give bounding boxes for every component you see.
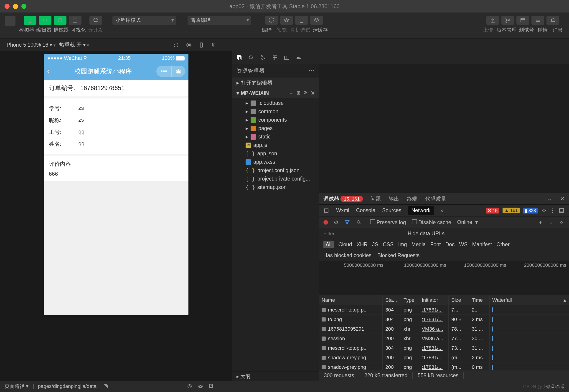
tree-item[interactable]: ▸ static — [232, 133, 319, 141]
type-js[interactable]: JS — [372, 241, 378, 248]
files-icon[interactable] — [236, 55, 242, 61]
new-file-icon[interactable]: ＋ — [289, 90, 293, 96]
new-folder-icon[interactable]: ⊞ — [297, 90, 300, 96]
maximize-icon[interactable] — [21, 4, 26, 9]
split-icon[interactable] — [284, 55, 290, 61]
tab-terminal[interactable]: 终端 — [407, 195, 417, 202]
more-icon[interactable]: ··· — [309, 67, 315, 74]
editor-toggle[interactable] — [39, 16, 51, 25]
tab-network[interactable]: Network — [408, 206, 434, 215]
type-media[interactable]: Media — [411, 241, 426, 248]
simulator-toggle[interactable] — [24, 16, 36, 25]
col-initiator[interactable]: Initiator — [419, 295, 449, 305]
popout-icon[interactable] — [208, 383, 214, 389]
col-size[interactable]: Size — [449, 295, 469, 305]
inspect-icon[interactable] — [323, 208, 329, 213]
capsule-close[interactable]: ◉ — [172, 66, 185, 77]
table-row[interactable]: shadow-grey.png200png:17831/...(di...2 m… — [319, 353, 569, 363]
table-row[interactable]: mescroll-totop.p...304png:17831/...7...2… — [319, 305, 569, 315]
tab-output[interactable]: 输出 — [389, 195, 399, 202]
copy-icon[interactable] — [211, 42, 217, 48]
upload-button[interactable] — [486, 16, 499, 25]
capsule-menu[interactable]: ••• — [156, 66, 171, 77]
hot-reload-select[interactable]: 热重载 开 ▾ — [59, 41, 89, 48]
record-icon[interactable] — [186, 42, 192, 48]
col-status[interactable]: Sta... — [383, 295, 401, 305]
tab-problems[interactable]: 问题 — [371, 195, 381, 202]
copy-path-icon[interactable] — [103, 383, 109, 389]
table-row[interactable]: mescroll-totop.p...304png:17831/...73...… — [319, 343, 569, 353]
preserve-checkbox[interactable] — [370, 219, 375, 224]
network-timeline[interactable]: 500000000000 ms 1000000000000 ms 1500000… — [319, 261, 569, 295]
eye-icon-2[interactable] — [198, 383, 204, 389]
tab-wxml[interactable]: Wxml — [336, 207, 349, 213]
clear-icon[interactable]: ⊘ — [334, 219, 338, 225]
tree-item[interactable]: { }app.json — [232, 149, 319, 158]
details-button[interactable] — [531, 16, 544, 25]
more-tabs-icon[interactable]: » — [441, 207, 444, 213]
error-count[interactable]: ✖ 15 — [486, 208, 500, 213]
tree-item[interactable]: app.wxss — [232, 158, 319, 166]
tree-item[interactable]: { }project.config.json — [232, 166, 319, 175]
device-select[interactable]: iPhone 5 100% 16 ▾ — [5, 42, 56, 48]
collapse-icon[interactable]: ⇲ — [311, 90, 315, 96]
source-control-icon[interactable] — [260, 55, 266, 61]
col-time[interactable]: Time — [469, 295, 490, 305]
version-button[interactable] — [501, 16, 514, 25]
compile-mode-select[interactable]: 普通编译 — [188, 16, 251, 25]
tab-console[interactable]: Console — [356, 207, 375, 213]
visual-toggle[interactable] — [69, 16, 82, 25]
device-icon2[interactable] — [198, 42, 204, 48]
search-icon[interactable] — [248, 55, 254, 61]
table-row[interactable]: session200xhrVM36 a...77...30 ... — [319, 334, 569, 343]
table-row[interactable]: 1676813095291200xhrVM36 a...78...31 ... — [319, 324, 569, 334]
filter-icon[interactable] — [344, 219, 350, 225]
type-all[interactable]: All — [323, 241, 334, 248]
col-waterfall[interactable]: Waterfall▴ — [490, 295, 569, 305]
test-account-button[interactable] — [516, 16, 529, 25]
disable-cache-checkbox[interactable] — [412, 219, 417, 224]
tree-item[interactable]: ▸ common — [232, 107, 319, 116]
refresh-tree-icon[interactable]: ⟳ — [304, 90, 307, 96]
type-other[interactable]: Other — [496, 241, 510, 248]
clear-cache-button[interactable] — [310, 16, 323, 25]
type-font[interactable]: Font — [430, 241, 441, 248]
target-icon[interactable] — [187, 383, 192, 389]
cloud-dev-button[interactable] — [89, 16, 102, 25]
tree-item[interactable]: JSapp.js — [232, 141, 319, 149]
notifications-button[interactable] — [546, 16, 559, 25]
outline-section[interactable]: ▸ 大纲 — [232, 372, 319, 381]
project-section[interactable]: ▾ MP-WEIXIN ＋ ⊞ ⟳ ⇲ — [232, 88, 319, 98]
record-button[interactable] — [323, 220, 328, 225]
open-editors-section[interactable]: ▸ 打开的编辑器 — [232, 78, 319, 88]
preview-button[interactable] — [280, 16, 293, 25]
col-name[interactable]: Name — [319, 295, 383, 305]
throttle-select[interactable]: Online ▾ — [457, 219, 478, 225]
tab-debugger[interactable]: 调试器 15, 161 — [323, 195, 363, 202]
back-button[interactable]: ‹ — [47, 67, 50, 76]
type-cloud[interactable]: Cloud — [338, 241, 352, 248]
rotate-icon[interactable] — [173, 42, 179, 48]
table-row[interactable]: shadow-grey.png200png:17831/...(m...0 ms — [319, 363, 569, 370]
info-count[interactable]: ▮ 323 — [523, 208, 538, 213]
search-icon-2[interactable] — [356, 219, 362, 225]
compile-button[interactable] — [265, 16, 278, 25]
close-icon[interactable] — [5, 4, 10, 9]
close-panel-icon[interactable]: ✕ — [560, 196, 564, 202]
tab-quality[interactable]: 代码质量 — [425, 195, 446, 202]
page-path-select[interactable]: 页面路径 ▾ — [5, 383, 29, 390]
type-xhr[interactable]: XHR — [357, 241, 368, 248]
mini-mode-select[interactable]: 小程序模式 — [112, 16, 176, 25]
tree-item[interactable]: ▸ .cloudbase — [232, 99, 319, 107]
tab-sources[interactable]: Sources — [382, 207, 401, 213]
filter-input[interactable] — [323, 231, 401, 237]
type-img[interactable]: Img — [398, 241, 407, 248]
tree-item[interactable]: ▸ components — [232, 116, 319, 124]
docker-icon[interactable] — [296, 55, 302, 61]
kebab-icon[interactable]: ⋮ — [550, 207, 555, 213]
dock-icon[interactable] — [558, 208, 564, 213]
tree-item[interactable]: ▸ pages — [232, 124, 319, 133]
tree-item[interactable]: { }sitemap.json — [232, 183, 319, 191]
upload-har-icon[interactable] — [538, 219, 543, 225]
gear-icon[interactable] — [541, 208, 547, 213]
